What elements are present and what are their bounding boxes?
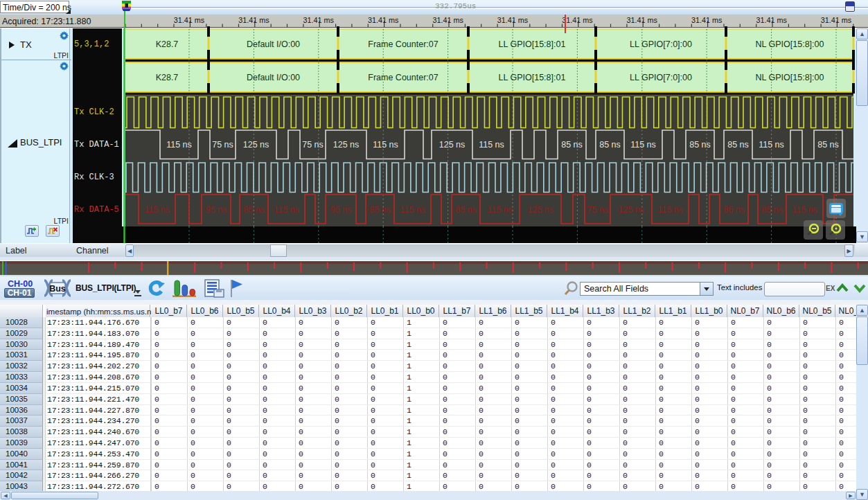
svg-text:115 ns: 115 ns <box>479 140 504 150</box>
svg-text:K28.7: K28.7 <box>156 39 179 49</box>
svg-text:31.41 ms: 31.41 ms <box>562 16 593 24</box>
svg-text:75 ns: 75 ns <box>587 205 608 215</box>
svg-text:LL GPIO[15:8]:01: LL GPIO[15:8]:01 <box>499 39 566 49</box>
svg-text:NL GPIO[15:8]:00: NL GPIO[15:8]:00 <box>756 73 824 82</box>
svg-text:85 ns: 85 ns <box>723 205 745 215</box>
svg-text:125 ns: 125 ns <box>333 140 360 150</box>
svg-text:95 ns: 95 ns <box>330 205 352 215</box>
svg-text:115 ns: 115 ns <box>759 140 784 150</box>
svg-text:NL GPIO[15:8]:00: NL GPIO[15:8]:00 <box>756 39 824 49</box>
svg-text:115 ns: 115 ns <box>630 140 656 150</box>
svg-text:31.41 ms: 31.41 ms <box>756 16 787 24</box>
svg-text:115 ns: 115 ns <box>792 205 817 215</box>
svg-text:LL GPIO[7:0]:00: LL GPIO[7:0]:00 <box>630 39 692 49</box>
svg-text:31.41 ms: 31.41 ms <box>627 16 658 24</box>
svg-text:115 ns: 115 ns <box>657 205 683 215</box>
svg-text:85 ns: 85 ns <box>817 140 839 150</box>
svg-text:125 ns: 125 ns <box>439 140 466 150</box>
svg-text:31.41 ms: 31.41 ms <box>691 16 723 24</box>
svg-text:115 ns: 115 ns <box>274 205 299 215</box>
svg-text:125 ns: 125 ns <box>243 140 269 150</box>
svg-text:Default I/O:00: Default I/O:00 <box>247 73 300 82</box>
svg-text:85 ns: 85 ns <box>455 205 477 215</box>
svg-text:85 ns: 85 ns <box>761 205 783 215</box>
svg-text:31.41 ms: 31.41 ms <box>174 16 205 24</box>
svg-text:85 ns: 85 ns <box>369 205 391 215</box>
svg-text:Frame Counter:07: Frame Counter:07 <box>368 39 438 49</box>
svg-text:31.41 ms: 31.41 ms <box>432 16 463 24</box>
svg-text:LL GPIO[7:0]:00: LL GPIO[7:0]:00 <box>630 73 692 82</box>
svg-text:K28.7: K28.7 <box>156 73 179 82</box>
svg-text:31.41 ms: 31.41 ms <box>821 16 852 24</box>
svg-text:31.41 ms: 31.41 ms <box>303 16 335 24</box>
svg-text:95 ns: 95 ns <box>206 205 227 215</box>
svg-text:31.41 ms: 31.41 ms <box>368 16 399 24</box>
svg-text:125 ns: 125 ns <box>527 205 553 215</box>
svg-text:85 ns: 85 ns <box>243 205 265 215</box>
svg-text:115 ns: 115 ns <box>487 205 513 215</box>
svg-text:85 ns: 85 ns <box>561 140 583 150</box>
svg-text:Frame Counter:07: Frame Counter:07 <box>368 73 438 82</box>
svg-text:115 ns: 115 ns <box>166 140 192 150</box>
svg-text:115 ns: 115 ns <box>400 205 425 215</box>
svg-text:85 ns: 85 ns <box>599 140 621 150</box>
svg-text:31.41 ms: 31.41 ms <box>497 16 529 24</box>
svg-text:125 ns: 125 ns <box>618 205 644 215</box>
svg-text:115 ns: 115 ns <box>144 205 170 215</box>
svg-text:75 ns: 75 ns <box>212 140 233 150</box>
svg-text:85 ns: 85 ns <box>727 140 749 150</box>
svg-text:Default I/O:00: Default I/O:00 <box>247 39 300 49</box>
svg-text:31.41 ms: 31.41 ms <box>238 16 269 24</box>
svg-text:LL GPIO[15:8]:01: LL GPIO[15:8]:01 <box>499 73 566 82</box>
svg-text:115 ns: 115 ns <box>373 140 398 150</box>
svg-text:85 ns: 85 ns <box>689 140 711 150</box>
svg-text:Bus: Bus <box>49 284 66 294</box>
svg-text:75 ns: 75 ns <box>302 140 324 150</box>
